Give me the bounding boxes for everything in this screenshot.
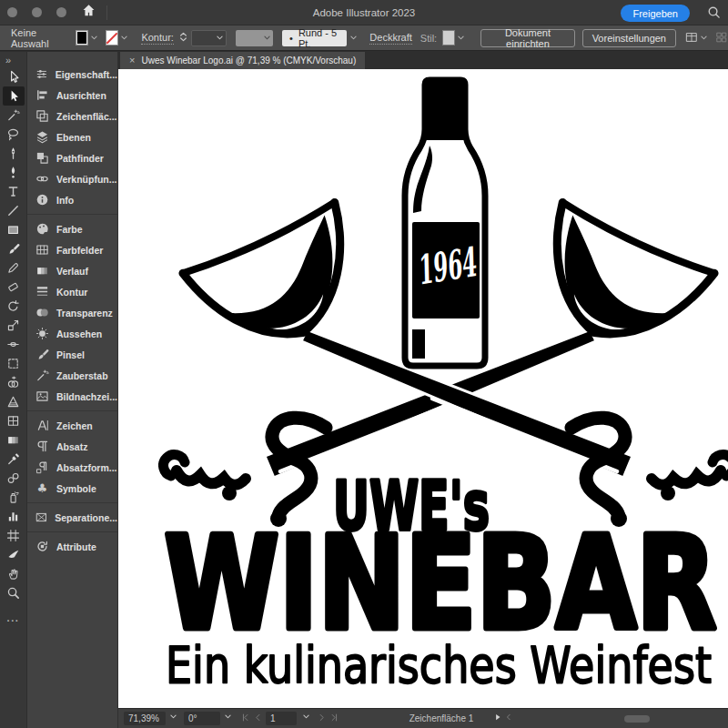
tool-gradient[interactable] [3,430,25,450]
search-button[interactable] [707,5,721,23]
zoom-level-field[interactable]: 71,39% [124,712,166,725]
brush-preset-dropdown[interactable]: • Rund - 5 Pt. [282,30,347,46]
arrange-documents-icon[interactable] [685,31,698,46]
opacity-label[interactable]: Deckkraft [369,32,411,45]
panel-item-pathfinder[interactable]: Pathfinder [27,147,117,168]
tool-scale[interactable] [3,316,25,335]
tool-width[interactable] [3,335,25,354]
selection-props-icon [715,31,728,44]
previous-artboard-icon[interactable] [253,713,263,724]
tool-magic-wand[interactable] [3,106,25,125]
panel-item-separations[interactable]: Separatione... [27,507,117,528]
tool-perspective-grid[interactable] [3,392,25,411]
rotation-chevron-icon[interactable] [224,713,232,723]
panel-item-info[interactable]: Info [27,189,117,210]
panel-item-swatches[interactable]: Farbfelder [27,239,117,260]
artboard-chevron-icon[interactable] [302,713,310,723]
tool-mesh[interactable] [3,411,25,430]
panel-item-attributes[interactable]: Attribute [27,536,117,557]
close-tab-icon[interactable]: × [129,56,135,66]
home-button[interactable] [79,4,97,22]
artboard-canvas[interactable]: 1964 UWE's WINEBAR Ein kulinarisches Wei… [118,69,728,708]
fill-color-swatch[interactable] [76,30,88,46]
more-tools-button[interactable]: ··· [7,615,20,626]
panel-item-magic-wand[interactable]: Zauberstab [27,365,117,386]
tool-shape-builder[interactable] [3,373,25,392]
style-chevron-icon[interactable] [457,34,465,42]
preferences-button[interactable]: Voreinstellungen [582,29,676,47]
last-artboard-icon[interactable] [329,713,339,724]
tool-rectangle[interactable] [3,220,25,239]
arrange-chevron-icon[interactable] [700,34,708,42]
tool-selection[interactable] [3,86,25,106]
panel-item-gradient[interactable]: Verlauf [27,260,117,281]
tool-line-segment[interactable] [3,201,25,220]
panel-item-layers[interactable]: Ebenen [27,126,117,147]
panel-item-label: Transparenz [56,308,113,318]
panel-item-label: Zeichen [56,420,93,431]
tool-symbol-sprayer[interactable] [3,488,25,507]
panel-item-properties[interactable]: Eigenschaft... [27,64,117,85]
tool-free-transform[interactable] [3,354,25,373]
panel-item-align[interactable]: Ausrichten [27,85,117,106]
first-artboard-icon[interactable] [240,713,250,724]
brush-chevron-icon[interactable] [349,34,358,42]
close-window-button[interactable] [7,7,17,17]
tool-artboard[interactable] [3,526,25,545]
tool-column-graph[interactable] [3,507,25,526]
tool-slice[interactable] [3,545,25,564]
panel-item-symbols[interactable]: ♣Symbole [27,478,117,499]
rotation-field[interactable]: 0° [184,712,220,725]
document-setup-button[interactable]: Dokument einrichten [480,29,574,47]
tool-pencil[interactable] [3,258,25,278]
transparency-icon [35,306,49,319]
fill-chevron-icon[interactable] [90,34,98,42]
document-tab[interactable]: × Uwes Winebar Logo.ai @ 71,39 % (CMYK/V… [120,52,365,69]
minimize-window-button[interactable] [32,7,42,17]
stroke-stepper[interactable] [177,31,189,45]
tool-eyedropper[interactable] [3,450,25,469]
tool-type[interactable] [3,182,25,201]
panel-item-links[interactable]: Verknüpfun... [27,168,117,189]
stroke-color-swatch[interactable] [106,30,118,46]
artboard-number-field[interactable]: 1 [266,712,297,725]
brushes-icon [35,348,49,361]
panel-item-label: Verlauf [56,266,88,277]
tool-shaper[interactable] [3,278,25,297]
stroke-chevron-icon[interactable] [120,34,128,42]
panel-item-label: Kontur [56,287,87,298]
expand-tools-button[interactable]: » [0,52,9,67]
panel-item-artboards[interactable]: Zeichenfläc... [27,106,117,126]
tool-zoom[interactable] [3,583,25,602]
stroke-weight-label[interactable]: Kontur: [141,32,173,45]
tool-hand[interactable] [3,564,25,583]
stroke-weight-dropdown[interactable] [191,30,227,46]
panel-item-color[interactable]: Farbe [27,218,117,239]
tool-blend[interactable] [3,469,25,488]
panel-item-stroke[interactable]: Kontur [27,281,117,302]
scroll-left-icon[interactable] [504,713,513,723]
horizontal-scrollbar-thumb[interactable] [624,715,650,723]
next-artboard-icon[interactable] [317,713,327,724]
tool-lasso[interactable] [3,125,25,144]
panel-item-paragraph-styles[interactable]: Absatzform... [27,457,117,478]
tool-paintbrush[interactable] [3,239,25,258]
zoom-ch evron-icon[interactable] [169,713,177,723]
width-profile-dropdown[interactable] [236,30,273,46]
panel-item-brushes[interactable]: Pinsel [27,344,117,365]
panel-item-appearance[interactable]: Aussehen [27,323,117,344]
panel-item-paragraph[interactable]: Absatz [27,436,117,457]
share-button[interactable]: Freigeben [621,5,690,22]
panel-item-character[interactable]: Zeichen [27,415,117,436]
graphic-style-swatch[interactable] [442,30,455,46]
tool-pen[interactable] [3,144,25,163]
status-menu-icon[interactable] [493,713,502,723]
tool-rotate[interactable] [3,297,25,316]
zoom-window-button[interactable] [56,7,66,17]
panel-item-image-trace[interactable]: Bildnachzei... [27,386,117,407]
panel-item-transparency[interactable]: Transparenz [27,302,117,323]
logo-vintage-year: 1964 [414,238,480,293]
tool-direct-selection[interactable] [3,67,25,86]
style-label: Stil: [420,33,437,44]
tool-curvature[interactable] [3,163,25,182]
